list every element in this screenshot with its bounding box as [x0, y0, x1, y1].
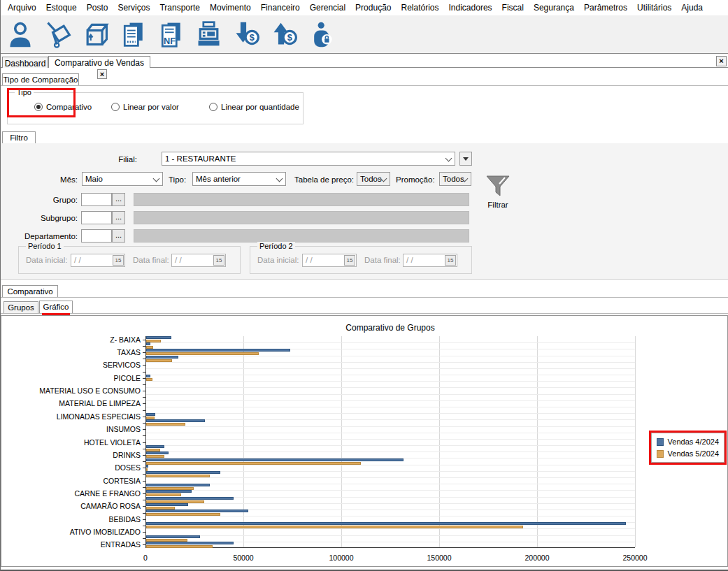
gridline-horizontal [146, 400, 635, 401]
menu-item-indicadores[interactable]: Indicadores [449, 3, 492, 15]
mes-label: Mês: [43, 175, 78, 184]
menu-item-financeiro[interactable]: Financeiro [261, 3, 300, 15]
close-icon[interactable]: × [716, 56, 727, 66]
money-in-icon[interactable]: $ [231, 19, 262, 50]
bar-row17-serie1 [146, 445, 164, 448]
menu-item-gerencial[interactable]: Gerencial [310, 3, 345, 15]
gridline-horizontal [146, 490, 635, 491]
tipo-label: Tipo: [169, 175, 186, 184]
bar-row3-serie1 [146, 356, 178, 359]
gridline-horizontal [146, 465, 635, 465]
radio-circle [111, 103, 120, 111]
money-out-icon[interactable]: $ [269, 19, 300, 50]
tab-comparativo-de-vendas[interactable]: Comparativo de Vendas× [48, 56, 150, 68]
bar-picole-serie1 [146, 375, 150, 377]
invoice-icon[interactable] [118, 19, 149, 50]
calendar-icon[interactable]: 15 [445, 255, 456, 266]
grupo-input[interactable] [81, 193, 112, 206]
tab-filtro[interactable]: Filtro [2, 131, 36, 143]
bar-picole-serie2 [146, 378, 152, 381]
menu-item-seguranca[interactable]: Segurança [534, 3, 574, 15]
calendar-icon[interactable]: 15 [113, 255, 124, 266]
departamento-browse-button[interactable]: ... [112, 229, 125, 243]
menu-item-parametros[interactable]: Parâmetros [584, 3, 627, 15]
gridline-horizontal [146, 516, 635, 516]
tipo-combobox[interactable]: Mês anterior [192, 172, 286, 186]
category-label-taxas: TAXAS [18, 348, 141, 356]
application-window: ArquivoEstoquePostoServiçosTransporteMov… [0, 0, 728, 571]
departamento-input[interactable] [81, 229, 112, 243]
menu-item-utilitarios[interactable]: Utilitários [637, 3, 671, 15]
bar-carne-e-frango-serie1 [146, 490, 192, 493]
user-lock-icon[interactable] [307, 19, 338, 50]
mes-combobox[interactable]: Maio [82, 172, 163, 186]
menu-item-producao[interactable]: Produção [355, 3, 391, 15]
periodo2-data-final-field[interactable]: / / 15 [403, 254, 457, 267]
radio-linear-por-valor[interactable]: Linear por valor [111, 103, 179, 111]
periodo1-data-final-field[interactable]: / / 15 [171, 254, 226, 267]
filial-dropdown-button[interactable] [459, 152, 472, 166]
box-icon[interactable] [80, 19, 111, 50]
cash-register-icon[interactable] [194, 19, 224, 50]
gridline-horizontal [146, 387, 635, 388]
nf-invoice-icon[interactable]: NF [156, 19, 187, 50]
y-axis-tick [143, 519, 146, 520]
tab-grafico[interactable]: Gráfico [39, 301, 73, 313]
chart-title: Comparativo de Grupos [145, 323, 635, 333]
menu-item-servicos[interactable]: Serviços [117, 3, 150, 15]
legend-swatch [657, 450, 664, 458]
calendar-icon[interactable]: 15 [213, 255, 224, 266]
radio-selected-dot [36, 105, 41, 109]
subgrupo-input[interactable] [81, 211, 112, 224]
chevron-down-icon [276, 175, 283, 182]
menu-item-posto[interactable]: Posto [87, 3, 108, 15]
user-icon[interactable] [5, 19, 36, 50]
gridline-horizontal [146, 426, 635, 427]
gridline-horizontal [146, 445, 635, 446]
tab-close-icon[interactable]: × [97, 69, 107, 79]
menu-item-estoque[interactable]: Estoque [46, 3, 77, 15]
radio-comparativo[interactable]: Comparativo [34, 103, 92, 111]
date-value: / / [175, 256, 182, 264]
promocao-combobox[interactable]: Todos [439, 172, 471, 186]
periodo2-data-inicial-field[interactable]: / / 15 [302, 254, 357, 267]
filial-combobox[interactable]: 1 - RESTAURANTE [162, 152, 455, 166]
grupo-description-field [134, 193, 469, 206]
tabela-value: Todos [360, 175, 382, 183]
radio-label: Comparativo [46, 103, 92, 111]
menu-bar: ArquivoEstoquePostoServiçosTransporteMov… [1, 0, 728, 15]
bar-row27-serie1 [146, 509, 248, 512]
radio-linear-por-quantidade[interactable]: Linear por quantidade [209, 103, 299, 111]
periodo1-label: Período 1 [26, 242, 64, 250]
gridline-horizontal [146, 433, 635, 433]
tabela-de-preco-combobox[interactable]: Todos [357, 172, 390, 186]
tab-comparativo[interactable]: Comparativo [2, 285, 58, 297]
periodo1-data-inicial-field[interactable]: / / 15 [71, 254, 125, 267]
chevron-down-icon [445, 155, 452, 162]
gridline-vertical [635, 336, 636, 547]
menu-item-movimento[interactable]: Movimento [210, 3, 251, 15]
tab-tipo-de-comparacao[interactable]: Tipo de Comparação [2, 73, 79, 85]
menu-item-transporte[interactable]: Transporte [159, 3, 200, 15]
subgrupo-browse-button[interactable]: ... [112, 211, 125, 224]
data-final-label: Data final: [364, 256, 401, 264]
filtrar-button[interactable]: Filtrar [478, 175, 518, 210]
calendar-icon[interactable]: 15 [344, 255, 355, 266]
x-tick-label-150000: 150000 [408, 554, 471, 562]
tab-grupos[interactable]: Grupos [3, 301, 38, 313]
menu-item-relatorios[interactable]: Relatórios [401, 3, 438, 15]
y-axis-tick [143, 429, 146, 430]
menu-item-fiscal[interactable]: Fiscal [502, 3, 524, 15]
hand-truck-icon[interactable] [43, 19, 73, 50]
bar-entradas-serie1 [146, 542, 234, 544]
category-label-servicos: SERVICOS [18, 361, 141, 369]
gridline-horizontal [146, 484, 635, 484]
category-label-limonadas-especiais: LIMONADAS ESPECIAIS [18, 412, 141, 421]
y-axis-tick [143, 532, 146, 533]
menu-item-arquivo[interactable]: Arquivo [8, 3, 36, 15]
y-axis-tick [143, 384, 146, 385]
tab-dashboard[interactable]: Dashboard [2, 57, 48, 68]
menu-item-ajuda[interactable]: Ajuda [681, 3, 703, 15]
grafico-divider [1, 313, 728, 314]
grupo-browse-button[interactable]: ... [112, 193, 125, 206]
